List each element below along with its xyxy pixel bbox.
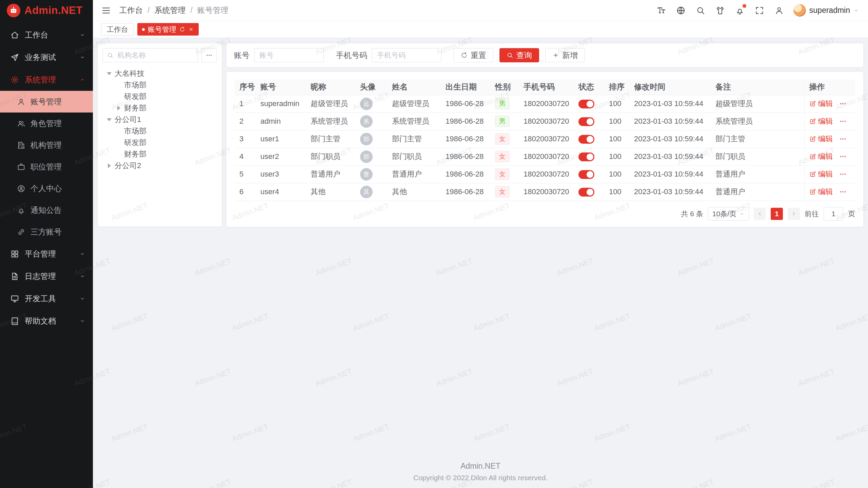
- table-row[interactable]: 2admin系统管理员系系统管理员1986-06-28男180200307201…: [235, 113, 855, 130]
- tree-node[interactable]: 大名科技: [102, 68, 217, 79]
- sidebar-item-label: 开发工具: [25, 293, 79, 304]
- breadcrumb-item-workbench[interactable]: 工作台: [119, 5, 143, 16]
- topbar-left: 工作台 / 系统管理 / 账号管理: [101, 5, 229, 16]
- sidebar-item-account-management[interactable]: 账号管理: [0, 91, 93, 113]
- sidebar-item-platform-management[interactable]: 平台管理: [0, 243, 93, 265]
- row-more-button[interactable]: [839, 100, 847, 107]
- sidebar-item-log-management[interactable]: 日志管理: [0, 265, 93, 287]
- logo[interactable]: Admin.NET: [0, 0, 93, 21]
- tab-workbench[interactable]: 工作台: [101, 23, 134, 36]
- language-button[interactable]: [676, 6, 686, 15]
- sidebar-item-personal-center[interactable]: 个人中心: [0, 178, 93, 199]
- status-toggle[interactable]: [578, 188, 594, 197]
- prev-page-button[interactable]: [754, 208, 766, 220]
- edit-button[interactable]: 编辑: [809, 169, 833, 179]
- footer: Admin.NET Copyright © 2022 Dilon All rig…: [93, 462, 868, 482]
- tree-node[interactable]: 研发部: [102, 137, 217, 148]
- status-toggle[interactable]: [578, 170, 594, 179]
- cell-remark: 系统管理员: [711, 113, 804, 130]
- close-icon[interactable]: [188, 26, 194, 32]
- profile-button[interactable]: [774, 6, 784, 15]
- cell-nickname: 部门主管: [306, 130, 355, 148]
- avatar: 部: [360, 133, 373, 145]
- sidebar-item-business-test[interactable]: 业务测试: [0, 46, 93, 68]
- tree-node[interactable]: 分公司2: [102, 160, 217, 171]
- profile-icon: [774, 6, 784, 15]
- sidebar-item-help-docs[interactable]: 帮助文档: [0, 310, 93, 332]
- sidebar-item-notice-announcement[interactable]: 通知公告: [0, 199, 93, 221]
- tree-node[interactable]: 市场部: [102, 79, 217, 91]
- row-more-button[interactable]: [839, 188, 847, 196]
- sidebar-item-dev-tools[interactable]: 开发工具: [0, 287, 93, 310]
- page-size-select[interactable]: 10条/页: [708, 207, 749, 221]
- fullscreen-icon: [755, 6, 764, 15]
- reset-button[interactable]: 重置: [454, 48, 493, 62]
- sidebar-item-workbench[interactable]: 工作台: [0, 24, 93, 46]
- tree-more-button[interactable]: [201, 48, 217, 62]
- table-row[interactable]: 6user4其他其其他1986-06-28女180200307201002023…: [235, 183, 855, 201]
- status-toggle[interactable]: [578, 135, 594, 144]
- ellipsis-icon: [839, 153, 847, 160]
- account-input[interactable]: [254, 48, 324, 62]
- cell-phone: 18020030720: [519, 113, 574, 130]
- row-more-button[interactable]: [839, 118, 847, 125]
- active-tab-dot: [142, 28, 145, 31]
- sidebar-item-system-management[interactable]: 系统管理: [0, 68, 93, 91]
- tree-node[interactable]: 财务部: [102, 148, 217, 160]
- cell-birthdate: 1986-06-28: [441, 165, 490, 183]
- status-toggle[interactable]: [578, 152, 594, 161]
- cell-avatar: 其: [355, 183, 387, 201]
- tree-node[interactable]: 市场部: [102, 125, 217, 137]
- fullscreen-button[interactable]: [755, 6, 764, 15]
- add-button[interactable]: 新增: [545, 48, 585, 62]
- row-more-button[interactable]: [839, 135, 847, 143]
- font-size-button[interactable]: [656, 6, 666, 15]
- row-more-button[interactable]: [839, 153, 847, 160]
- status-toggle[interactable]: [578, 100, 594, 108]
- table-row[interactable]: 3user1部门主管部部门主管1986-06-28女18020030720100…: [235, 130, 855, 148]
- cell-remark: 普通用户: [711, 165, 804, 183]
- user-menu[interactable]: superadmin: [793, 4, 859, 17]
- breadcrumb-item-system[interactable]: 系统管理: [154, 5, 185, 16]
- search-button[interactable]: [696, 6, 705, 15]
- status-toggle[interactable]: [578, 117, 594, 126]
- table-row[interactable]: 1superadmin超级管理员超超级管理员1986-06-28男1802003…: [235, 95, 855, 113]
- users-icon: [17, 119, 25, 128]
- edit-button[interactable]: 编辑: [809, 134, 833, 144]
- edit-button[interactable]: 编辑: [809, 187, 833, 197]
- refresh-icon[interactable]: [179, 26, 185, 32]
- cell-phone: 18020030720: [519, 148, 574, 165]
- notification-badge: [743, 4, 746, 8]
- org-search-input[interactable]: [117, 51, 194, 60]
- tab-account-management[interactable]: 账号管理: [137, 23, 199, 36]
- sidebar-item-position-management[interactable]: 职位管理: [0, 156, 93, 178]
- theme-button[interactable]: [715, 6, 725, 15]
- tree-node[interactable]: 分公司1: [102, 114, 217, 125]
- language-icon: [676, 6, 686, 15]
- sidebar-item-role-management[interactable]: 角色管理: [0, 113, 93, 134]
- footer-copyright: Copyright © 2022 Dilon All rights reserv…: [93, 474, 868, 482]
- menu-toggle-button[interactable]: [101, 5, 111, 16]
- page-number-1[interactable]: 1: [771, 208, 783, 220]
- phone-input[interactable]: [372, 48, 441, 62]
- edit-button[interactable]: 编辑: [809, 151, 833, 162]
- sidebar-item-org-management[interactable]: 机构管理: [0, 134, 93, 156]
- table-row[interactable]: 4user2部门职员部部门职员1986-06-28女18020030720100…: [235, 148, 855, 165]
- edit-button[interactable]: 编辑: [809, 99, 833, 109]
- sidebar-item-third-party-account[interactable]: 三方账号: [0, 221, 93, 243]
- edit-button[interactable]: 编辑: [809, 116, 833, 126]
- tree-node-label: 研发部: [124, 92, 146, 102]
- table-row[interactable]: 5user3普通用户普普通用户1986-06-28女18020030720100…: [235, 165, 855, 183]
- row-more-button[interactable]: [839, 170, 847, 178]
- tree-node[interactable]: 财务部: [102, 102, 217, 114]
- column-header: 账号: [256, 79, 306, 95]
- search-button[interactable]: 查询: [499, 48, 539, 62]
- tree-node[interactable]: 研发部: [102, 91, 217, 102]
- sidebar: Admin.NET 工作台业务测试系统管理账号管理角色管理机构管理职位管理个人中…: [0, 0, 93, 488]
- jump-page-input[interactable]: [824, 207, 843, 221]
- file-icon: [10, 272, 19, 281]
- refresh-icon: [461, 52, 468, 59]
- avatar: 系: [360, 115, 373, 128]
- next-page-button[interactable]: [788, 208, 800, 220]
- notification-button[interactable]: [735, 6, 745, 15]
